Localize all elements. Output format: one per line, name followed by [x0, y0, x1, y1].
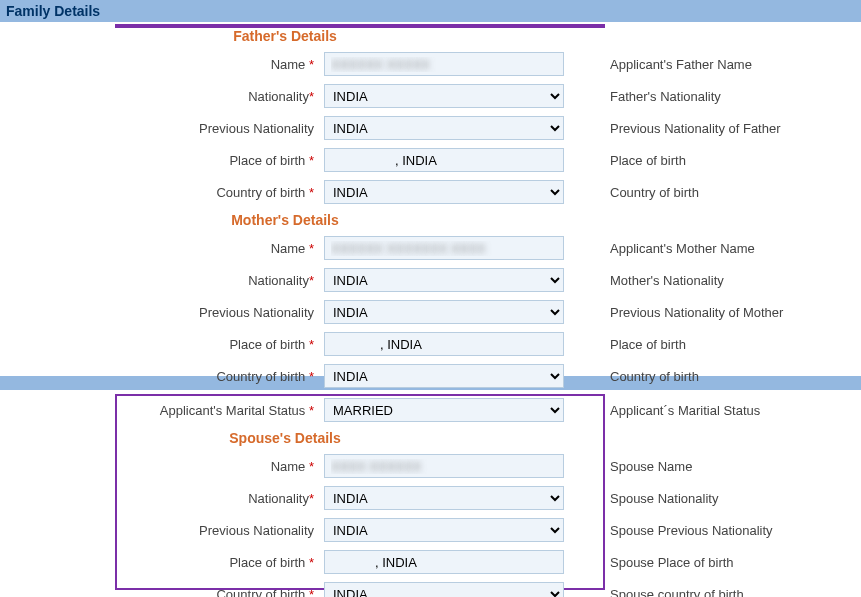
spouse-prev-nat-select[interactable]: INDIA	[324, 518, 564, 542]
father-name-label: Name *	[0, 57, 320, 72]
mother-nationality-select[interactable]: INDIA	[324, 268, 564, 292]
mother-cob-hint: Country of birth	[570, 369, 861, 384]
spouse-name-hint: Spouse Name	[570, 459, 861, 474]
mother-name-input[interactable]	[324, 236, 564, 260]
spouse-pob-hint: Spouse Place of birth	[570, 555, 861, 570]
father-nationality-select[interactable]: INDIA	[324, 84, 564, 108]
spouse-pob-label: Place of birth *	[0, 555, 320, 570]
spouse-nationality-hint: Spouse Nationality	[570, 491, 861, 506]
marital-status-label: Applicant's Marital Status *	[0, 403, 320, 418]
mother-pob-label: Place of birth *	[0, 337, 320, 352]
father-cob-select[interactable]: INDIA	[324, 180, 564, 204]
spouse-cob-label: Country of birth *	[0, 587, 320, 598]
father-pob-input[interactable]	[324, 148, 564, 172]
mother-prev-nat-select[interactable]: INDIA	[324, 300, 564, 324]
spouse-name-label: Name *	[0, 459, 320, 474]
mother-name-label: Name *	[0, 241, 320, 256]
mother-nationality-label: Nationality*	[0, 273, 320, 288]
mother-pob-hint: Place of birth	[570, 337, 861, 352]
spouse-cob-hint: Spouse country of birth	[570, 587, 861, 598]
father-cob-label: Country of birth *	[0, 185, 320, 200]
spouse-prev-nat-label: Previous Nationality	[0, 523, 320, 538]
father-cob-hint: Country of birth	[570, 185, 861, 200]
family-details-header: Family Details	[0, 0, 861, 22]
spouse-prev-nat-hint: Spouse Previous Nationality	[570, 523, 861, 538]
mother-cob-label: Country of birth *	[0, 369, 320, 384]
father-nationality-hint: Father's Nationality	[570, 89, 861, 104]
spouse-nationality-label: Nationality*	[0, 491, 320, 506]
mother-section-title: Mother's Details	[0, 208, 570, 232]
marital-status-select[interactable]: MARRIED	[324, 398, 564, 422]
father-prev-nat-select[interactable]: INDIA	[324, 116, 564, 140]
spouse-name-input[interactable]	[324, 454, 564, 478]
spouse-pob-input[interactable]	[324, 550, 564, 574]
spouse-nationality-select[interactable]: INDIA	[324, 486, 564, 510]
father-section-title: Father's Details	[0, 24, 570, 48]
father-name-input[interactable]	[324, 52, 564, 76]
father-pob-label: Place of birth *	[0, 153, 320, 168]
mother-name-hint: Applicant's Mother Name	[570, 241, 861, 256]
mother-prev-nat-label: Previous Nationality	[0, 305, 320, 320]
father-prev-nat-hint: Previous Nationality of Father	[570, 121, 861, 136]
mother-prev-nat-hint: Previous Nationality of Mother	[570, 305, 861, 320]
spouse-section-title: Spouse's Details	[0, 426, 570, 450]
father-prev-nat-label: Previous Nationality	[0, 121, 320, 136]
mother-nationality-hint: Mother's Nationality	[570, 273, 861, 288]
father-name-hint: Applicant's Father Name	[570, 57, 861, 72]
mother-pob-input[interactable]	[324, 332, 564, 356]
marital-status-hint: Applicant´s Maritial Status	[570, 403, 861, 418]
spouse-cob-select[interactable]: INDIA	[324, 582, 564, 597]
father-nationality-label: Nationality*	[0, 89, 320, 104]
mother-cob-select[interactable]: INDIA	[324, 364, 564, 388]
father-pob-hint: Place of birth	[570, 153, 861, 168]
